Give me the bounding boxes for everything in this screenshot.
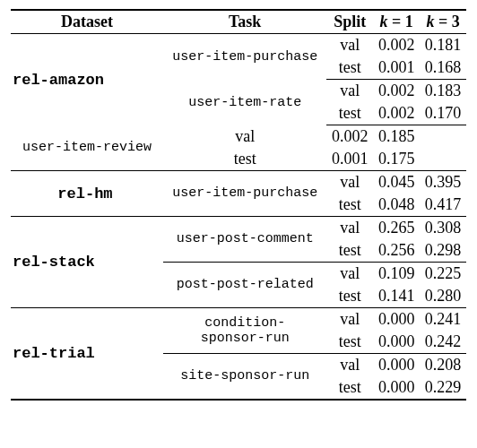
value-k3: 0.417	[420, 194, 466, 217]
split-label: test	[326, 102, 373, 125]
value-k1: 0.109	[373, 263, 420, 285]
value-k3: 0.175	[373, 148, 420, 171]
dataset-label: rel-trial	[11, 308, 163, 399]
value-k3: 0.242	[420, 331, 466, 354]
value-k3: 0.181	[420, 34, 466, 56]
value-k3: 0.185	[373, 125, 420, 148]
value-k1: 0.000	[373, 376, 420, 399]
col-k3: k = 3	[420, 11, 466, 34]
col-task: Task	[163, 11, 326, 34]
split-label: test	[326, 331, 373, 354]
task-label: user-item-purchase	[163, 171, 326, 217]
value-k3: 0.229	[420, 376, 466, 399]
col-split: Split	[326, 11, 373, 34]
col-dataset: Dataset	[11, 11, 163, 34]
split-label: test	[326, 56, 373, 80]
split-label: val	[326, 354, 373, 376]
split-label: val	[326, 217, 373, 239]
value-k1: 0.002	[373, 80, 420, 102]
value-k1: 0.000	[373, 308, 420, 331]
table-row: rel-trial condition- sponsor-run val 0.0…	[11, 308, 466, 331]
split-label: val	[163, 125, 326, 148]
value-k1: 0.002	[373, 34, 420, 56]
split-label: val	[326, 34, 373, 56]
split-label: test	[326, 376, 373, 399]
value-k3: 0.170	[420, 102, 466, 125]
results-table: Dataset Task Split k = 1 k = 3 rel-amazo…	[11, 9, 466, 401]
value-k3: 0.308	[420, 217, 466, 239]
value-k3: 0.395	[420, 171, 466, 194]
value-k1: 0.001	[373, 56, 420, 80]
col-k1: k = 1	[373, 11, 420, 34]
task-label: user-item-review	[11, 125, 163, 171]
split-label: test	[326, 239, 373, 263]
value-k1: 0.048	[373, 194, 420, 217]
value-k3: 0.183	[420, 80, 466, 102]
split-label: val	[326, 263, 373, 285]
split-label: val	[326, 80, 373, 102]
task-label: site-sponsor-run	[163, 354, 326, 399]
value-k3: 0.280	[420, 285, 466, 308]
value-k3: 0.298	[420, 239, 466, 263]
value-k3: 0.208	[420, 354, 466, 376]
task-label: user-post-comment	[163, 217, 326, 263]
table-row: user-item-review val 0.002 0.185	[11, 125, 466, 148]
value-k1: 0.000	[373, 354, 420, 376]
split-label: test	[326, 285, 373, 308]
value-k1: 0.002	[326, 125, 373, 148]
split-label: test	[163, 148, 326, 171]
value-k1: 0.002	[373, 102, 420, 125]
split-label: val	[326, 308, 373, 331]
value-k3: 0.225	[420, 263, 466, 285]
task-label: user-item-purchase	[163, 34, 326, 80]
split-label: val	[326, 171, 373, 194]
dataset-label: rel-amazon	[11, 34, 163, 125]
value-k3: 0.168	[420, 56, 466, 80]
value-k1: 0.141	[373, 285, 420, 308]
value-k1: 0.000	[373, 331, 420, 354]
table-row: rel-hm user-item-purchase val 0.045 0.39…	[11, 171, 466, 194]
value-k1: 0.045	[373, 171, 420, 194]
task-label: post-post-related	[163, 263, 326, 308]
table-header-row: Dataset Task Split k = 1 k = 3	[11, 11, 466, 34]
value-k1: 0.256	[373, 239, 420, 263]
value-k1: 0.265	[373, 217, 420, 239]
table-row: rel-amazon user-item-purchase val 0.002 …	[11, 34, 466, 56]
task-label: condition- sponsor-run	[163, 308, 326, 354]
task-label: user-item-rate	[163, 80, 326, 125]
dataset-label: rel-hm	[11, 171, 163, 217]
value-k1: 0.001	[326, 148, 373, 171]
table-row: rel-stack user-post-comment val 0.265 0.…	[11, 217, 466, 239]
split-label: test	[326, 194, 373, 217]
dataset-label: rel-stack	[11, 217, 163, 308]
value-k3: 0.241	[420, 308, 466, 331]
